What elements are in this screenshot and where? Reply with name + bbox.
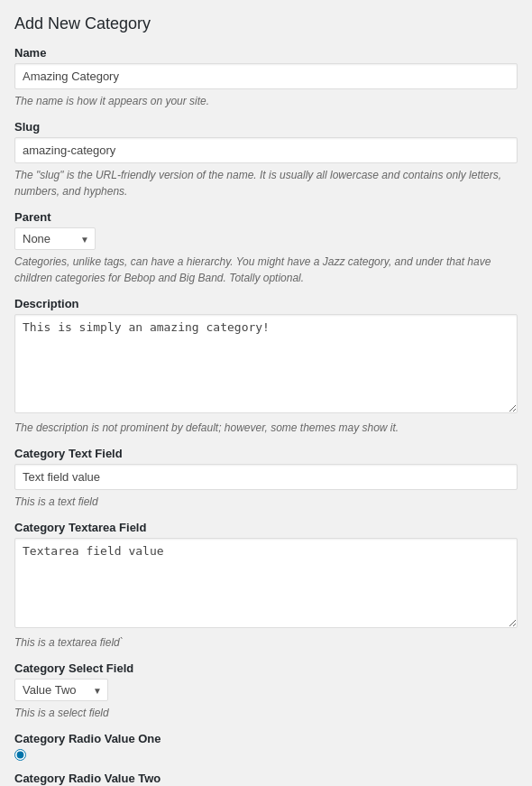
category-text-input[interactable] bbox=[14, 464, 518, 490]
description-field-group: Description The description is not promi… bbox=[14, 297, 518, 436]
parent-select-wrapper: None Option 1 Option 2 ▼ bbox=[14, 227, 96, 250]
parent-select[interactable]: None Option 1 Option 2 bbox=[14, 227, 96, 250]
category-text-description: This is a text field bbox=[14, 494, 518, 510]
name-label: Name bbox=[14, 46, 518, 60]
category-select-label: Category Select Field bbox=[14, 661, 518, 675]
name-description: The name is how it appears on your site. bbox=[14, 93, 518, 109]
category-textarea-field-group: Category Textarea Field This is a textar… bbox=[14, 521, 518, 651]
description-label: Description bbox=[14, 297, 518, 310]
category-select-field-group: Category Select Field Value One Value Tw… bbox=[14, 661, 518, 721]
description-field-description: The description is not prominent by defa… bbox=[14, 420, 518, 436]
radio-two-label: Category Radio Value Two bbox=[14, 772, 518, 785]
parent-description: Categories, unlike tags, can have a hier… bbox=[14, 254, 518, 286]
page-title: Add New Category bbox=[14, 14, 518, 33]
category-textarea-label: Category Textarea Field bbox=[14, 521, 518, 534]
name-field-group: Name The name is how it appears on your … bbox=[14, 46, 518, 109]
category-text-label: Category Text Field bbox=[14, 447, 518, 460]
category-textarea-description: This is a textarea field` bbox=[14, 634, 518, 651]
radio-one-option bbox=[14, 749, 518, 761]
parent-field-group: Parent None Option 1 Option 2 ▼ Categori… bbox=[14, 210, 518, 286]
slug-description: The "slug" is the URL-friendly version o… bbox=[14, 167, 518, 199]
category-textarea-input[interactable] bbox=[14, 538, 518, 628]
category-select-description: This is a select field bbox=[14, 705, 518, 721]
category-text-field-group: Category Text Field This is a text field bbox=[14, 447, 518, 510]
radio-one-input[interactable] bbox=[14, 749, 26, 761]
radio-one-field-group: Category Radio Value One bbox=[14, 732, 518, 761]
slug-field-group: Slug The "slug" is the URL-friendly vers… bbox=[14, 120, 518, 199]
category-select[interactable]: Value One Value Two Value Three bbox=[14, 679, 108, 701]
radio-one-label: Category Radio Value One bbox=[14, 732, 518, 745]
description-textarea[interactable] bbox=[14, 314, 518, 413]
category-select-wrapper: Value One Value Two Value Three ▼ bbox=[14, 679, 108, 701]
slug-input[interactable] bbox=[14, 137, 518, 163]
name-input[interactable] bbox=[14, 63, 518, 89]
parent-label: Parent bbox=[14, 210, 518, 224]
slug-label: Slug bbox=[14, 120, 518, 134]
radio-two-field-group: Category Radio Value Two This is a radio… bbox=[14, 772, 518, 786]
